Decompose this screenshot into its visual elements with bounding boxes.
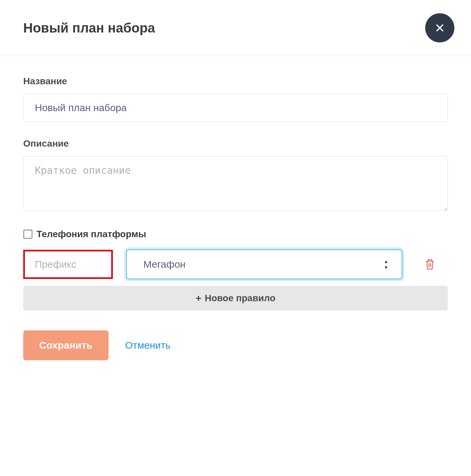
prefix-input[interactable] [23,250,113,279]
telephony-checkbox[interactable] [23,230,33,239]
plus-icon: + [196,293,201,304]
cancel-button[interactable]: Отменить [125,340,171,351]
name-label: Название [23,76,448,87]
select-arrows-icon: ▲ ▼ [384,259,402,270]
modal-header: Новый план набора [0,0,471,56]
modal-title: Новый план набора [23,21,155,35]
close-button[interactable] [425,13,454,42]
new-rule-button[interactable]: + Новое правило [23,286,448,310]
description-input[interactable] [23,156,448,211]
save-button[interactable]: Сохранить [23,330,109,360]
name-group: Название [23,76,448,122]
telephony-checkbox-row: Телефония платформы [23,229,448,239]
footer-buttons: Сохранить Отменить [23,330,448,360]
rule-row: Мегафон ▲ ▼ [23,249,448,279]
description-label: Описание [23,138,448,149]
operator-select[interactable]: Мегафон ▲ ▼ [126,249,402,279]
new-rule-label: Новое правило [205,293,275,304]
close-icon [435,23,445,33]
delete-rule-button[interactable] [422,256,437,273]
name-input[interactable] [23,94,448,122]
operator-selected-value: Мегафон [127,250,384,279]
description-group: Описание [23,138,448,212]
telephony-checkbox-label: Телефония платформы [37,229,146,239]
modal-body: Название Описание Телефония платформы Ме… [0,56,471,374]
trash-icon [425,258,435,270]
